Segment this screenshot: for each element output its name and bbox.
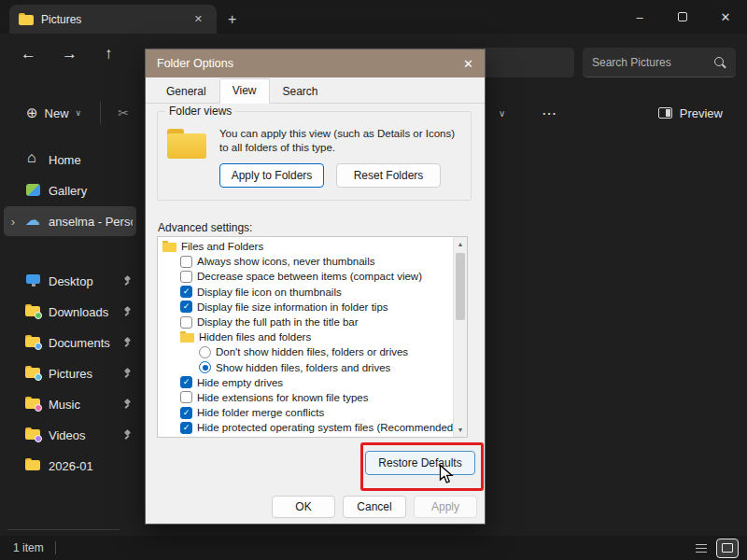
thumbnail-view-button[interactable] (717, 539, 738, 557)
setting-row[interactable]: Display the full path in the title bar (158, 315, 453, 329)
more-options-icon[interactable]: ⋯ (534, 101, 564, 126)
pictures-accent-dot (35, 373, 42, 381)
setting-row[interactable]: Don't show hidden files, folders or driv… (158, 344, 453, 359)
checkbox-checked[interactable]: ✓ (180, 422, 192, 434)
music-accent-dot (35, 404, 42, 412)
sidebar-item-label: Videos (49, 428, 115, 442)
minimize-button[interactable]: – (618, 0, 661, 34)
up-button[interactable]: ↑ (97, 41, 120, 67)
desktop-icon (25, 273, 42, 288)
dialog-title-bar[interactable]: Folder Options ✕ (146, 49, 485, 77)
sidebar-item-label: Pictures (49, 367, 115, 381)
close-button[interactable]: ✕ (704, 0, 747, 34)
scrollbar-thumb[interactable] (456, 253, 465, 320)
sidebar-item-pictures[interactable]: Pictures (4, 358, 136, 388)
item-count: 1 item (13, 541, 44, 554)
setting-row[interactable]: ✓Hide empty drives (158, 375, 453, 390)
scroll-down-icon[interactable]: ▼ (454, 423, 467, 437)
sidebar-item-label: Documents (49, 336, 115, 350)
setting-label: Hidden files and folders (199, 331, 311, 343)
documents-accent-dot (35, 343, 42, 350)
radio-unselected[interactable] (199, 346, 211, 358)
checkbox-checked[interactable]: ✓ (180, 286, 192, 298)
tab-bar: Pictures ✕ + – ✕ (0, 0, 747, 34)
sidebar-item-documents[interactable]: Documents (4, 328, 136, 357)
view-switcher (691, 539, 738, 557)
checkbox-unchecked[interactable] (180, 256, 192, 268)
sidebar-item-label: Desktop (49, 274, 115, 288)
status-divider (55, 541, 56, 554)
sidebar-item-desktop[interactable]: Desktop (4, 266, 136, 296)
details-view-button[interactable] (691, 539, 712, 557)
sidebar-item-gallery[interactable]: Gallery (4, 175, 136, 205)
sidebar-item-2026-01[interactable]: 2026-01 (4, 451, 136, 481)
sidebar-item-videos[interactable]: Videos (4, 420, 136, 450)
search-input[interactable]: Search Pictures (592, 56, 713, 69)
tab-view[interactable]: View (219, 78, 270, 104)
radio-selected[interactable] (199, 361, 211, 373)
sidebar-item-home[interactable]: Home (4, 145, 136, 175)
checkbox-unchecked[interactable] (180, 271, 192, 283)
highlight-annotation (360, 442, 484, 491)
checkbox-checked[interactable]: ✓ (180, 301, 192, 313)
maximize-button[interactable] (661, 0, 704, 34)
checkbox-unchecked[interactable] (180, 391, 192, 403)
scroll-up-icon[interactable]: ▲ (454, 237, 467, 251)
tab-close-icon[interactable]: ✕ (190, 11, 207, 27)
explorer-tab-pictures[interactable]: Pictures ✕ (9, 5, 217, 34)
preview-pane-icon (658, 107, 672, 119)
chevron-right-icon: › (7, 215, 19, 229)
new-button[interactable]: ⊕ New ∨ (17, 99, 91, 127)
checkbox-unchecked[interactable] (180, 316, 192, 329)
pin-icon (121, 275, 133, 287)
checkbox-unchecked[interactable] (180, 437, 192, 438)
checkbox-checked[interactable]: ✓ (180, 376, 192, 388)
setting-label: Display file icon on thumbnails (197, 287, 342, 298)
search-box[interactable]: Search Pictures (583, 48, 736, 77)
sidebar-item-anselma-person[interactable]: ›anselma - Person (4, 206, 136, 236)
cut-icon[interactable]: ✂ (110, 100, 136, 126)
apply-to-folders-button[interactable]: Apply to Folders (219, 163, 324, 188)
back-button[interactable]: ← (13, 41, 44, 67)
new-tab-button[interactable]: + (217, 9, 247, 34)
ok-button[interactable]: OK (272, 496, 335, 518)
dialog-close-button[interactable]: ✕ (452, 53, 485, 75)
view-chevron-icon[interactable]: ∨ (499, 108, 505, 119)
setting-row[interactable]: ✓Hide folder merge conflicts (158, 405, 453, 420)
folder-icon (19, 13, 34, 26)
toolbar-divider (100, 102, 101, 124)
tab-general[interactable]: General (153, 79, 219, 103)
setting-row[interactable]: ✓Display file size information in folder… (158, 300, 453, 315)
folder-views-group: Folder views You can apply this view (su… (157, 111, 472, 201)
reset-folders-button[interactable]: Reset Folders (336, 163, 441, 188)
setting-row[interactable]: Hide extensions for known file types (158, 390, 453, 405)
setting-label: Display the full path in the title bar (197, 316, 359, 328)
setting-row[interactable]: ✓Hide protected operating system files (… (158, 420, 453, 435)
scrollbar[interactable]: ▲ ▼ (453, 237, 467, 437)
setting-label: Hide empty drives (197, 377, 283, 388)
cancel-button[interactable]: Cancel (343, 496, 406, 518)
setting-label: Show hidden files, folders and drives (216, 362, 390, 373)
advanced-settings-label: Advanced settings: (158, 221, 252, 234)
setting-row[interactable]: Decrease space between items (compact vi… (158, 269, 453, 284)
plus-circle-icon: ⊕ (26, 105, 38, 121)
advanced-settings-list[interactable]: Files and FoldersAlways show icons, neve… (157, 236, 468, 438)
tab-search[interactable]: Search (270, 79, 331, 103)
mouse-cursor (439, 464, 455, 485)
dialog-tab-strip: GeneralViewSearch (146, 77, 485, 104)
setting-label: Hide protected operating system files (R… (197, 422, 457, 433)
sidebar-item-music[interactable]: Music (4, 389, 136, 419)
preview-toggle-button[interactable]: Preview (651, 101, 730, 126)
setting-row[interactable]: Always show icons, never thumbnails (158, 254, 453, 269)
setting-row[interactable]: Launch folder windows in a separate proc… (158, 435, 453, 438)
pin-icon (121, 429, 133, 441)
forward-button[interactable]: → (54, 41, 85, 67)
checkbox-checked[interactable]: ✓ (180, 407, 192, 419)
sidebar-item-downloads[interactable]: Downloads (4, 297, 136, 327)
setting-label: Always show icons, never thumbnails (197, 256, 374, 267)
setting-row[interactable]: Hidden files and folders (158, 329, 453, 344)
setting-label: Display file size information in folder … (197, 301, 388, 313)
setting-row[interactable]: Files and Folders (158, 239, 453, 254)
setting-row[interactable]: ✓Display file icon on thumbnails (158, 285, 453, 300)
setting-row[interactable]: Show hidden files, folders and drives (158, 360, 453, 375)
